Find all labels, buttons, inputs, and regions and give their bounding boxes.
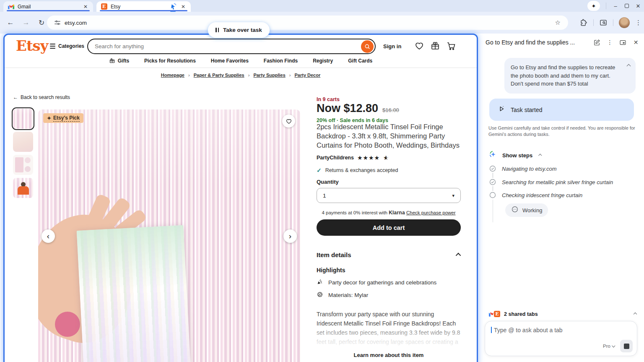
klarna-row: 4 payments at 0% interest with Klarna Ch… bbox=[317, 210, 461, 216]
chrome-menu-icon[interactable]: ⋮ bbox=[635, 19, 641, 26]
collapse-shared-icon[interactable] bbox=[634, 312, 637, 315]
extensions-icon[interactable] bbox=[579, 18, 588, 27]
profile-avatar[interactable] bbox=[619, 17, 630, 28]
divider bbox=[593, 19, 594, 26]
back-to-search-link[interactable]: ← Back to search results bbox=[13, 94, 70, 100]
shared-tab-indicator bbox=[7, 10, 90, 11]
thumbnail-1[interactable] bbox=[13, 109, 33, 129]
gemini-input-placeholder[interactable]: Type @ to ask about a tab bbox=[494, 327, 563, 333]
star-half-icon: ☆★ bbox=[383, 154, 389, 161]
user-prompt-bubble[interactable]: Go to Etsy and find the supplies to recr… bbox=[504, 58, 636, 94]
close-tab-icon[interactable]: ✕ bbox=[82, 3, 89, 10]
tab-title: Gmail bbox=[18, 4, 82, 10]
crumb-homepage[interactable]: Homepage bbox=[161, 73, 184, 78]
tab-etsy[interactable]: E Etsy ✕ bbox=[96, 1, 191, 12]
product-image[interactable]: ✦ Etsy's Pick ‹ › bbox=[38, 109, 300, 362]
step-connector bbox=[493, 186, 493, 191]
nav-fashion-finds[interactable]: Fashion Finds bbox=[264, 57, 298, 64]
quantity-value: 1 bbox=[323, 193, 326, 199]
crumb-paper-party-supplies[interactable]: Paper & Party Supplies bbox=[194, 73, 244, 78]
etsys-pick-badge: ✦ Etsy's Pick bbox=[43, 113, 83, 123]
add-to-cart-button[interactable]: Add to cart bbox=[317, 219, 461, 236]
browser-chrome: Gmail ✕ E Etsy ✕ ✦ – ✕ bbox=[0, 0, 644, 34]
step-active: Checking iridescent fringe curtain bbox=[489, 192, 582, 198]
site-settings-icon[interactable] bbox=[54, 19, 61, 26]
etsy-page: Etsy Categories Sign in bbox=[3, 34, 478, 362]
gemini-side-panel: Go to Etsy and find the supplies ... ⋮ ✕… bbox=[481, 36, 644, 362]
nav-picks-for-resolutions[interactable]: Picks for Resolutions bbox=[144, 57, 196, 64]
item-details-header[interactable]: Item details bbox=[317, 251, 461, 258]
party-popper-icon bbox=[317, 279, 323, 286]
nav-gifts[interactable]: Gifts bbox=[109, 57, 129, 64]
seller-name[interactable]: PartyChildrens bbox=[317, 155, 354, 161]
maximize-button[interactable] bbox=[625, 4, 629, 8]
shared-tab-favicons: E bbox=[489, 311, 500, 317]
categories-label: Categories bbox=[58, 43, 84, 49]
divider bbox=[613, 19, 613, 26]
collapse-prompt-icon[interactable] bbox=[627, 64, 631, 68]
categories-button[interactable]: Categories bbox=[50, 43, 84, 49]
check-icon: ✓ bbox=[317, 167, 322, 174]
gemini-input-card[interactable]: Type @ to ask about a tab Pro bbox=[485, 321, 637, 356]
task-play-icon bbox=[498, 105, 506, 115]
etsy-logo[interactable]: Etsy bbox=[16, 37, 48, 54]
take-over-task-button[interactable]: Take over task bbox=[208, 22, 270, 38]
collapse-icon bbox=[456, 253, 461, 258]
back-button[interactable]: ← bbox=[5, 18, 16, 27]
step-done: Searching for metallic pink silver fring… bbox=[489, 179, 613, 185]
stop-button[interactable] bbox=[620, 340, 633, 352]
step-connector bbox=[493, 173, 493, 178]
panel-menu-icon[interactable]: ⋮ bbox=[606, 39, 614, 47]
fringe-sample bbox=[77, 225, 191, 362]
close-panel-icon[interactable]: ✕ bbox=[632, 39, 640, 47]
caret-down-icon: ▾ bbox=[452, 193, 454, 198]
new-chat-icon[interactable] bbox=[593, 39, 601, 47]
seller-row: PartyChildrens ★★★★ ☆★ bbox=[317, 154, 389, 161]
thumbnail-2[interactable] bbox=[13, 132, 33, 152]
shared-tab-indicator bbox=[100, 10, 187, 11]
hamburger-icon bbox=[50, 44, 55, 49]
next-image-button[interactable]: › bbox=[283, 229, 297, 243]
quantity-label: Quantity bbox=[317, 179, 339, 185]
caret-down-icon bbox=[612, 344, 615, 347]
learn-more-link[interactable]: Learn more about this item bbox=[317, 352, 461, 358]
shared-tabs-row[interactable]: E 2 shared tabs bbox=[489, 311, 636, 317]
favorite-item-button[interactable] bbox=[282, 115, 295, 128]
take-over-label: Take over task bbox=[223, 27, 262, 33]
thumbnail-4[interactable] bbox=[13, 178, 33, 198]
tab-title: Etsy bbox=[111, 4, 169, 10]
address-bar[interactable]: etsy.com ☆ bbox=[47, 16, 568, 30]
model-selector[interactable]: Pro bbox=[603, 344, 615, 349]
quantity-select[interactable]: 1 ▾ bbox=[317, 188, 461, 203]
crumb-party-supplies[interactable]: Party Supplies bbox=[253, 73, 285, 78]
window-controls: ✦ – ✕ bbox=[587, 0, 641, 12]
step-done: Navigating to etsy.com bbox=[489, 165, 557, 172]
product-title[interactable]: 2pcs Iridescent Metallic Tinsel Foil Fri… bbox=[317, 122, 461, 150]
reload-button[interactable]: ↻ bbox=[36, 18, 47, 27]
nav-home-favorites[interactable]: Home Favorites bbox=[211, 57, 249, 64]
prev-image-button[interactable]: ‹ bbox=[42, 229, 55, 243]
gemini-sparkle-button[interactable]: ✦ bbox=[587, 1, 600, 11]
bookmark-icon[interactable]: ☆ bbox=[555, 19, 561, 26]
tab-gmail[interactable]: Gmail ✕ bbox=[3, 1, 93, 12]
check-purchase-power-link[interactable]: Check purchase power bbox=[406, 210, 456, 215]
toolbar-actions: ⋮ bbox=[579, 16, 641, 30]
description-fade bbox=[317, 324, 461, 353]
task-status-bubble: Task started bbox=[489, 99, 634, 121]
close-tab-icon[interactable]: ✕ bbox=[180, 3, 187, 10]
close-window-button[interactable]: ✕ bbox=[635, 3, 641, 9]
show-steps-toggle[interactable]: Show steps bbox=[489, 150, 542, 160]
highlight-item: Party decor for gatherings and celebrati… bbox=[317, 279, 436, 286]
open-in-window-icon[interactable] bbox=[619, 39, 627, 47]
tab-strip: Gmail ✕ E Etsy ✕ ✦ – ✕ bbox=[0, 0, 644, 12]
materials-icon bbox=[317, 291, 323, 299]
crumb-separator: › bbox=[289, 73, 291, 78]
thumbnail-3[interactable] bbox=[13, 155, 33, 175]
klarna-brand: Klarna bbox=[389, 210, 405, 216]
minimize-button[interactable]: – bbox=[612, 3, 619, 9]
side-search-icon[interactable] bbox=[599, 18, 608, 27]
text-caret bbox=[491, 327, 492, 333]
collapse-steps-icon bbox=[538, 154, 542, 157]
current-price: Now $12.80 bbox=[317, 102, 378, 115]
forward-button[interactable]: → bbox=[21, 18, 31, 27]
